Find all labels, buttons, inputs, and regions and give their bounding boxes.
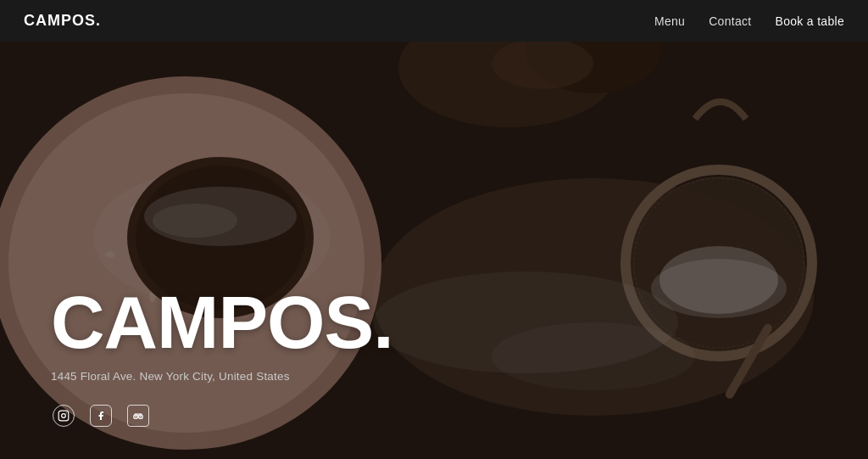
hero-content: CAMPOS. 1445 Floral Ave. New York City, … xyxy=(51,285,393,383)
facebook-icon[interactable] xyxy=(90,405,112,427)
instagram-icon[interactable] xyxy=(53,405,75,427)
navbar: CAMPOS. Menu Contact Book a table xyxy=(0,0,868,42)
svg-point-29 xyxy=(62,414,66,418)
nav-logo: CAMPOS. xyxy=(24,12,101,30)
svg-rect-26 xyxy=(0,0,868,459)
tripadvisor-icon[interactable] xyxy=(127,405,149,427)
nav-links: Menu Contact Book a table xyxy=(654,14,844,28)
svg-point-33 xyxy=(135,416,136,417)
svg-rect-28 xyxy=(58,411,69,421)
hero-address: 1445 Floral Ave. New York City, United S… xyxy=(51,370,393,383)
social-icons xyxy=(53,405,149,427)
svg-point-30 xyxy=(66,412,67,413)
nav-book-link[interactable]: Book a table xyxy=(776,14,844,28)
hero-title: CAMPOS. xyxy=(51,285,393,360)
svg-point-34 xyxy=(140,416,142,417)
nav-menu-link[interactable]: Menu xyxy=(654,14,685,28)
hero-section: CAMPOS. Menu Contact Book a table CAMPOS… xyxy=(0,0,868,459)
nav-contact-link[interactable]: Contact xyxy=(709,14,751,28)
